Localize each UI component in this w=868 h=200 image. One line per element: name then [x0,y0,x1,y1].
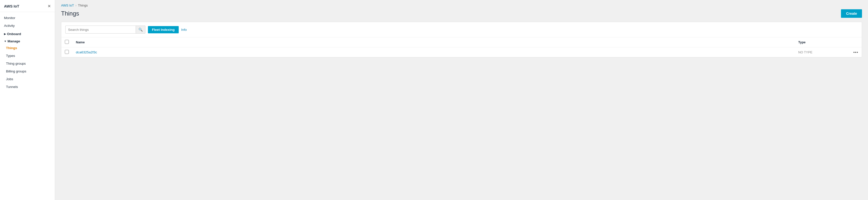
col-header-actions [850,37,862,47]
sidebar-item-thing-groups-label: Thing groups [6,62,26,65]
row-checkbox[interactable] [65,50,69,54]
toolbar: 🔍 Fleet Indexing Info [61,22,862,37]
sidebar-item-types-label: Types [6,54,15,58]
search-input[interactable] [66,26,136,33]
sidebar-nav: Monitor Activity ▶ Onboard ▼ Manage Thin… [0,12,55,93]
sidebar-item-activity-label: Activity [4,24,15,28]
sidebar: AWS IoT ✕ Monitor Activity ▶ Onboard ▼ M… [0,0,55,200]
page-header: Things Create [61,9,862,18]
col-header-type: Type [795,37,850,47]
info-link[interactable]: Info [181,28,187,32]
row-check-cell [61,47,72,57]
fleet-indexing-button[interactable]: Fleet Indexing [148,26,179,33]
col-header-name: Name [72,37,795,47]
manage-section-label: Manage [7,39,20,43]
top-bar: AWS IoT › Things Things Create [55,0,868,22]
page-title: Things [61,10,79,17]
row-actions-button[interactable]: ••• [853,50,858,55]
main-content: AWS IoT › Things Things Create 🔍 Fleet I… [55,0,868,200]
sidebar-item-types[interactable]: Types [0,52,55,60]
onboard-arrow-icon: ▶ [4,33,6,35]
sidebar-close-button[interactable]: ✕ [48,4,51,8]
sidebar-item-monitor[interactable]: Monitor [0,14,55,22]
select-all-checkbox[interactable] [65,40,69,44]
table-row: dca6325a2f3c NO TYPE ••• [61,47,862,57]
sidebar-section-onboard[interactable]: ▶ Onboard [0,30,55,37]
sidebar-item-things-label: Things [6,46,17,50]
sidebar-item-activity[interactable]: Activity [0,22,55,30]
row-name-cell: dca6325a2f3c [72,47,795,57]
things-table: Name Type dca6325a2f3c [61,37,862,57]
sidebar-item-thing-groups[interactable]: Thing groups [0,60,55,67]
breadcrumb-aws-iot[interactable]: AWS IoT [61,3,74,7]
sidebar-item-tunnels[interactable]: Tunnels [0,83,55,91]
manage-arrow-icon: ▼ [4,40,6,42]
sidebar-item-tunnels-label: Tunnels [6,85,18,89]
content-area: 🔍 Fleet Indexing Info Name Type [61,22,862,57]
row-type-cell: NO TYPE [795,47,850,57]
sidebar-item-jobs-label: Jobs [6,77,13,81]
sidebar-header: AWS IoT ✕ [0,0,55,12]
sidebar-app-title: AWS IoT [4,4,19,8]
onboard-section-label: Onboard [7,32,21,36]
breadcrumb: AWS IoT › Things [61,3,862,7]
thing-name-link[interactable]: dca6325a2f3c [76,50,97,54]
search-button[interactable]: 🔍 [136,26,145,33]
sidebar-item-things[interactable]: Things [0,44,55,52]
sidebar-item-billing-groups-label: Billing groups [6,69,26,73]
col-header-check [61,37,72,47]
sidebar-section-manage[interactable]: ▼ Manage [0,37,55,44]
sidebar-item-monitor-label: Monitor [4,16,15,20]
row-actions-cell: ••• [850,47,862,57]
search-icon: 🔍 [138,28,143,32]
sidebar-item-jobs[interactable]: Jobs [0,75,55,83]
search-box: 🔍 [65,26,146,34]
sidebar-item-billing-groups[interactable]: Billing groups [0,67,55,75]
table-header-row: Name Type [61,37,862,47]
create-button[interactable]: Create [841,9,862,18]
breadcrumb-separator: › [75,4,76,7]
breadcrumb-things: Things [78,3,88,7]
thing-type-value: NO TYPE [798,50,812,54]
